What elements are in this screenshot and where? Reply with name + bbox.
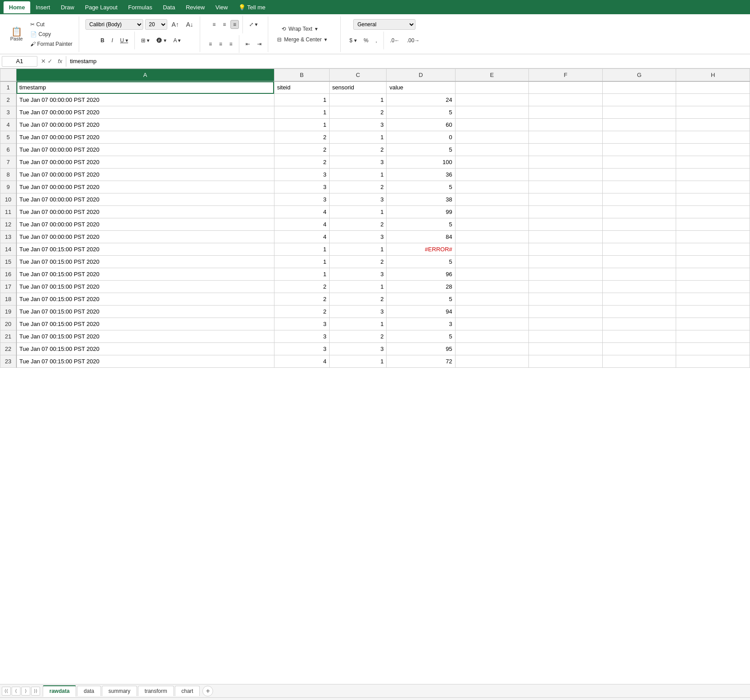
cell-g23[interactable]	[602, 355, 676, 368]
cell-g6[interactable]	[602, 144, 676, 156]
cell-e14[interactable]	[455, 243, 529, 256]
cell-a10[interactable]: Tue Jan 07 00:00:00 PST 2020	[16, 193, 274, 206]
cell-d11[interactable]: 99	[387, 206, 455, 218]
sheet-add-button[interactable]: +	[202, 686, 213, 696]
cell-c1[interactable]: sensorid	[329, 81, 387, 94]
cell-d14[interactable]: #ERROR#	[387, 243, 455, 256]
cell-g10[interactable]	[602, 193, 676, 206]
cell-e23[interactable]	[455, 355, 529, 368]
cell-e9[interactable]	[455, 181, 529, 193]
cell-e6[interactable]	[455, 144, 529, 156]
cell-e21[interactable]	[455, 330, 529, 343]
cell-a19[interactable]: Tue Jan 07 00:15:00 PST 2020	[16, 306, 274, 318]
cell-b13[interactable]: 4	[274, 231, 329, 243]
cell-d6[interactable]: 5	[387, 144, 455, 156]
cell-c8[interactable]: 1	[329, 169, 387, 181]
bold-button[interactable]: B	[98, 36, 107, 45]
column-header-b[interactable]: B	[274, 69, 329, 81]
cell-h21[interactable]	[676, 330, 750, 343]
cell-g19[interactable]	[602, 306, 676, 318]
cell-g7[interactable]	[602, 156, 676, 169]
cell-d12[interactable]: 5	[387, 218, 455, 231]
column-header-a[interactable]: A	[16, 69, 274, 81]
cell-h9[interactable]	[676, 181, 750, 193]
cell-d22[interactable]: 95	[387, 343, 455, 355]
decimal-increase-button[interactable]: .00→	[404, 36, 423, 45]
fill-color-button[interactable]: 🅐 ▾	[154, 36, 169, 45]
cell-c19[interactable]: 3	[329, 306, 387, 318]
cancel-formula-icon[interactable]: ✕	[41, 58, 46, 64]
cell-h4[interactable]	[676, 119, 750, 131]
cell-f20[interactable]	[529, 318, 603, 330]
align-bottom-left-button[interactable]: ≡	[206, 40, 215, 48]
cell-e12[interactable]	[455, 218, 529, 231]
cell-b4[interactable]: 1	[274, 119, 329, 131]
cell-c16[interactable]: 3	[329, 268, 387, 281]
cell-h12[interactable]	[676, 218, 750, 231]
cell-f21[interactable]	[529, 330, 603, 343]
wrap-text-button[interactable]: ⟲ Wrap Text ▾	[279, 24, 332, 33]
cell-g20[interactable]	[602, 318, 676, 330]
cell-g21[interactable]	[602, 330, 676, 343]
cell-f9[interactable]	[529, 181, 603, 193]
cell-c4[interactable]: 3	[329, 119, 387, 131]
cell-c13[interactable]: 3	[329, 231, 387, 243]
cell-e19[interactable]	[455, 306, 529, 318]
cell-e20[interactable]	[455, 318, 529, 330]
cell-b21[interactable]: 3	[274, 330, 329, 343]
cell-e3[interactable]	[455, 106, 529, 119]
cell-g22[interactable]	[602, 343, 676, 355]
cell-h23[interactable]	[676, 355, 750, 368]
font-size-select[interactable]: 20 8101112 14161824	[145, 19, 167, 30]
cell-f11[interactable]	[529, 206, 603, 218]
cell-b14[interactable]: 1	[274, 243, 329, 256]
cell-b3[interactable]: 1	[274, 106, 329, 119]
cell-e10[interactable]	[455, 193, 529, 206]
cell-e18[interactable]	[455, 293, 529, 306]
cell-b1[interactable]: siteid	[274, 81, 329, 94]
cell-h10[interactable]	[676, 193, 750, 206]
cell-a18[interactable]: Tue Jan 07 00:15:00 PST 2020	[16, 293, 274, 306]
indent-increase-button[interactable]: ⇥	[254, 40, 264, 48]
sheet-tab-summary[interactable]: summary	[102, 686, 137, 696]
merge-center-button[interactable]: ⊟ Merge & Center ▾	[274, 35, 337, 44]
align-right-button[interactable]: ≡	[230, 20, 239, 29]
cell-e17[interactable]	[455, 281, 529, 293]
sheet-tab-transform[interactable]: transform	[138, 686, 174, 696]
copy-button[interactable]: 📄 Copy	[28, 30, 75, 39]
cell-c22[interactable]: 3	[329, 343, 387, 355]
cell-d19[interactable]: 94	[387, 306, 455, 318]
font-color-button[interactable]: A ▾	[171, 36, 184, 45]
cell-a15[interactable]: Tue Jan 07 00:15:00 PST 2020	[16, 256, 274, 268]
cell-f3[interactable]	[529, 106, 603, 119]
number-format-select[interactable]: General Number Currency Accounting Short…	[353, 19, 415, 30]
cell-e4[interactable]	[455, 119, 529, 131]
cell-h19[interactable]	[676, 306, 750, 318]
cell-a2[interactable]: Tue Jan 07 00:00:00 PST 2020	[16, 94, 274, 106]
cell-g5[interactable]	[602, 131, 676, 144]
cell-g16[interactable]	[602, 268, 676, 281]
cell-h18[interactable]	[676, 293, 750, 306]
formula-input[interactable]	[66, 56, 748, 67]
cell-c11[interactable]: 1	[329, 206, 387, 218]
cell-d4[interactable]: 60	[387, 119, 455, 131]
sheet-nav-next[interactable]: ⟩	[21, 687, 30, 696]
cell-e2[interactable]	[455, 94, 529, 106]
cell-b20[interactable]: 3	[274, 318, 329, 330]
cell-b6[interactable]: 2	[274, 144, 329, 156]
menu-tab-review[interactable]: Review	[181, 1, 210, 13]
percent-button[interactable]: %	[361, 36, 371, 45]
cell-h5[interactable]	[676, 131, 750, 144]
cell-d20[interactable]: 3	[387, 318, 455, 330]
cell-c7[interactable]: 3	[329, 156, 387, 169]
sheet-nav-prev[interactable]: ⟨	[12, 687, 20, 696]
cell-b7[interactable]: 2	[274, 156, 329, 169]
cell-g4[interactable]	[602, 119, 676, 131]
sheet-nav-last[interactable]: ⟩⟩	[31, 687, 40, 696]
cell-d8[interactable]: 36	[387, 169, 455, 181]
cell-d3[interactable]: 5	[387, 106, 455, 119]
cell-h6[interactable]	[676, 144, 750, 156]
cell-e7[interactable]	[455, 156, 529, 169]
borders-button[interactable]: ⊞ ▾	[138, 36, 152, 45]
cell-b5[interactable]: 2	[274, 131, 329, 144]
